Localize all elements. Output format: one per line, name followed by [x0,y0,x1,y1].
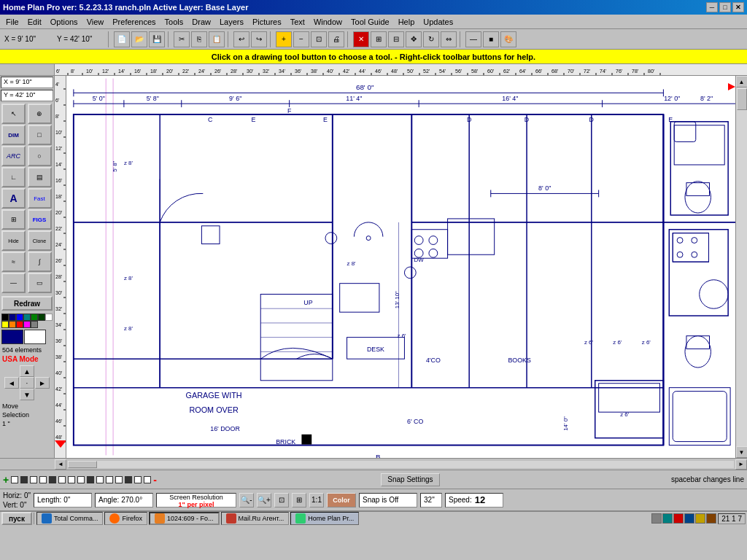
scroll-up-button[interactable]: ▲ [736,76,748,88]
taskbar-homeplan[interactable]: Home Plan Pr... [290,512,359,525]
minimize-button[interactable]: ─ [706,2,718,12]
move-down-button[interactable]: ▼ [20,389,34,400]
swatch-magenta[interactable] [23,321,31,328]
canvas-area[interactable]: 68' 0" 5' 0" 5' 8" 9' 6" 11' 4" 16' 4" [66,76,735,458]
zoom-out-status-button[interactable]: 🔍- [239,493,254,508]
tray-icon-4[interactable] [684,513,694,524]
zoom-window-button[interactable]: ⊞ [292,493,306,508]
swatch-darkblue[interactable] [9,314,16,321]
menu-edit[interactable]: Edit [23,16,46,28]
open-button[interactable]: 📂 [131,31,147,47]
taskbar-mail[interactable]: Mail.Ru Агент... [221,512,290,525]
hscroll-track[interactable] [68,461,734,468]
swatch-darkgreen[interactable] [38,314,45,321]
figs-tool[interactable]: FIGS [28,209,52,230]
taskbar-firefox[interactable]: Firefox [104,512,147,525]
rectangle-draw-tool[interactable]: □ [28,125,52,145]
taskbar-total-commander[interactable]: Total Comma... [36,512,104,525]
menu-tools[interactable]: Tools [160,16,188,28]
color-mode-button[interactable]: Color [327,493,356,508]
tray-icon-6[interactable] [706,513,716,524]
hatch-tool[interactable]: ▤ [28,167,52,187]
scroll-track[interactable] [736,88,747,446]
tray-icon-2[interactable] [662,513,673,524]
angle-tool[interactable]: ∟ [1,167,26,187]
tray-icon-1[interactable] [651,513,662,524]
menu-view[interactable]: View [82,16,109,28]
color-picker-button[interactable]: 🎨 [500,31,516,47]
move-button[interactable]: ✥ [406,31,422,47]
menu-draw[interactable]: Draw [187,16,215,28]
redraw-button[interactable]: Redraw [1,296,53,311]
scroll-thumb[interactable] [737,88,747,110]
close-button[interactable]: ✕ [732,2,744,12]
menu-updates[interactable]: Updates [419,16,457,28]
hide-tool[interactable]: Hide [1,230,26,251]
circle-draw-tool[interactable]: ○ [28,146,52,166]
scroll-right-button[interactable]: ► [735,459,747,470]
wave-tool[interactable]: ≈ [1,252,26,272]
zoom-fit-status-button[interactable]: ⊡ [274,493,289,508]
spline-tool[interactable]: ∫ [28,252,52,272]
swatch-white[interactable] [45,314,53,321]
menu-toolguide[interactable]: Tool Guide [347,16,394,28]
symbols-tool[interactable]: ⊞ [1,209,26,230]
menu-text[interactable]: Text [286,16,309,28]
swatch-teal[interactable] [23,314,31,321]
swatch-red[interactable] [16,321,23,328]
ungroup-button[interactable]: ⊟ [388,31,404,47]
swatch-blue[interactable] [16,314,23,321]
line-style-button[interactable]: — [465,31,481,47]
swatch-yellow[interactable] [1,321,9,328]
line-draw-tool[interactable]: — [1,273,26,293]
maximize-button[interactable]: □ [719,2,731,12]
group-button[interactable]: ⊞ [371,31,387,47]
zoom-in-button[interactable]: + [276,31,292,47]
menu-options[interactable]: Options [46,16,82,28]
pan-tool[interactable]: ⊕ [28,104,52,124]
clone-tool[interactable]: Clone [28,230,52,251]
menu-window[interactable]: Window [309,16,347,28]
menu-layers[interactable]: Layers [215,16,248,28]
zoom-in-status-button[interactable]: 🔍+ [257,493,271,508]
foreground-color[interactable] [1,330,23,344]
dimension-tool[interactable]: DIM [1,125,26,145]
menu-help[interactable]: Help [394,16,419,28]
scroll-down-button[interactable]: ▼ [736,446,748,458]
fill-button[interactable]: ■ [483,31,499,47]
move-up-button[interactable]: ▲ [20,365,34,377]
start-button[interactable]: пуск [1,512,32,525]
zoom-fit-button[interactable]: ⊡ [311,31,327,47]
background-color[interactable] [24,330,46,344]
copy-button[interactable]: ⎘ [191,31,207,47]
swatch-orange[interactable] [9,321,16,328]
zoom-actual-button[interactable]: 1:1 [309,493,324,508]
undo-button[interactable]: ↩ [233,31,249,47]
rotate-button[interactable]: ↻ [423,31,439,47]
tray-icon-5[interactable] [695,513,705,524]
fast-text-tool[interactable]: Fast [28,188,52,209]
snap-add-button[interactable]: + [3,474,9,486]
shape-tool[interactable]: ▭ [28,273,52,293]
new-button[interactable]: 📄 [114,31,130,47]
zoom-out-button[interactable]: − [293,31,309,47]
tray-icon-3[interactable] [673,513,684,524]
save-button[interactable]: 💾 [149,31,165,47]
text-draw-tool[interactable]: A [1,188,26,209]
snap-settings-button[interactable]: Snap Settings [381,473,439,486]
hscroll-thumb[interactable] [68,461,97,468]
flip-button[interactable]: ⇔ [441,31,457,47]
paste-button[interactable]: 📋 [209,31,225,47]
vertical-scrollbar[interactable]: ▲ ▼ [735,76,747,458]
horizontal-scrollbar[interactable]: ◄ ► [55,459,747,470]
cut-button[interactable]: ✂ [174,31,190,47]
move-left-button[interactable]: ◄ [4,377,19,389]
menu-file[interactable]: File [1,16,23,28]
swatch-green[interactable] [31,314,38,321]
print-button[interactable]: 🖨 [328,31,344,47]
snap-remove-button[interactable]: - [153,474,157,486]
swatch-black[interactable] [1,314,9,321]
delete-button[interactable]: ✕ [353,31,369,47]
move-right-button[interactable]: ► [35,377,50,389]
arc-draw-tool[interactable]: ARC [1,146,26,166]
